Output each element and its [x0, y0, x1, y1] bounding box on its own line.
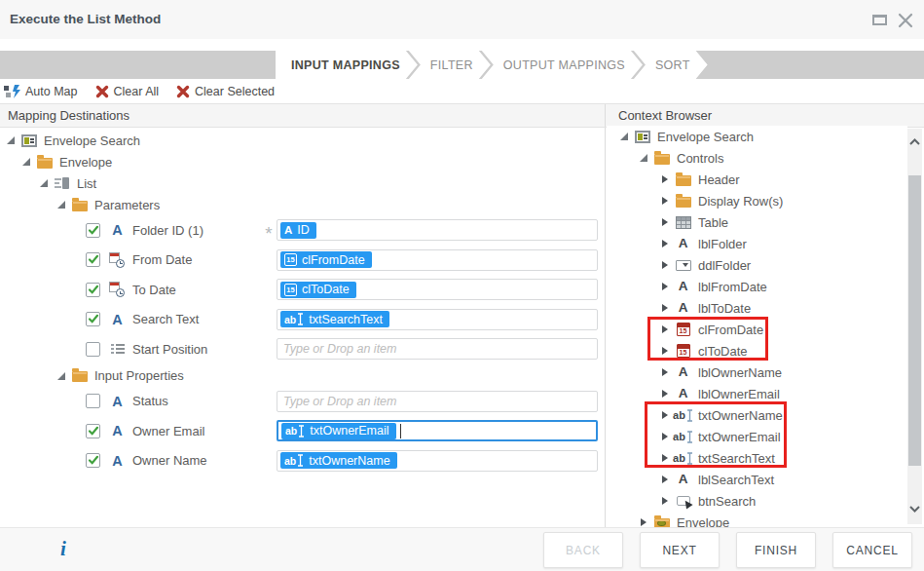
checkbox-checked[interactable] — [86, 424, 100, 438]
scroll-up-icon[interactable] — [909, 138, 920, 145]
panel-headers: Mapping Destinations Context Browser — [0, 103, 924, 128]
expander-icon[interactable] — [55, 201, 67, 209]
mapping-input-status[interactable]: Type or Drop an item — [277, 391, 598, 412]
context-item-lblowneremail[interactable]: A lblOwnerEmail — [607, 383, 907, 404]
cancel-button[interactable]: CANCEL — [832, 532, 912, 568]
clear-all-button[interactable]: Clear All — [93, 85, 162, 98]
mapping-input-start-position[interactable]: Type or Drop an item — [277, 338, 598, 360]
checkbox-checked[interactable] — [86, 453, 100, 468]
token-id[interactable]: AID — [280, 222, 316, 239]
expander-icon[interactable] — [658, 283, 671, 290]
token-txtsearchtext[interactable]: abtxtSearchText — [280, 311, 389, 327]
expander-icon[interactable] — [658, 476, 671, 483]
context-item-lbltodate[interactable]: A lblToDate — [607, 297, 907, 319]
expander-icon[interactable] — [658, 197, 671, 205]
mapping-row-to-date: To Date 15clToDate — [0, 275, 605, 305]
clear-selected-button[interactable]: Clear Selected — [174, 85, 277, 98]
folder-icon — [654, 154, 670, 165]
context-item-table[interactable]: Table — [607, 211, 907, 233]
expander-icon[interactable] — [658, 304, 671, 312]
expander-icon[interactable] — [658, 390, 671, 398]
finish-button[interactable]: FINISH — [736, 532, 816, 568]
tab-input-mappings[interactable]: INPUT MAPPINGS — [276, 51, 418, 79]
scroll-down-icon[interactable] — [909, 506, 920, 513]
back-button[interactable]: BACK — [543, 532, 623, 568]
context-item-envelope-search[interactable]: Envelope Search — [607, 126, 907, 147]
expander-icon[interactable] — [637, 154, 649, 162]
label-control-icon: A — [679, 365, 688, 379]
checkbox-unchecked[interactable] — [86, 394, 100, 408]
checkbox-checked[interactable] — [86, 223, 100, 238]
expander-icon[interactable] — [658, 175, 671, 183]
token-txtowneremail[interactable]: abtxtOwnerEmail — [281, 423, 396, 439]
tab-output-mappings[interactable]: OUTPUT MAPPINGS — [482, 51, 643, 79]
expander-icon[interactable] — [658, 368, 671, 376]
checkbox-unchecked[interactable] — [86, 342, 100, 357]
expander-icon[interactable] — [19, 158, 32, 166]
expander-icon[interactable] — [658, 411, 671, 419]
auto-map-button[interactable]: Auto Map — [2, 85, 80, 98]
mapping-row-from-date: From Date 15clFromDate — [0, 246, 605, 276]
folder-smartobject-icon — [654, 518, 670, 528]
context-scrollbar[interactable] — [907, 129, 922, 524]
context-item-txtsearchtext[interactable]: ab txtSearchText — [607, 447, 907, 469]
mapping-input-search-text[interactable]: abtxtSearchText — [277, 309, 598, 330]
checkbox-checked[interactable] — [86, 283, 100, 297]
info-icon[interactable]: i — [60, 537, 66, 561]
checkbox-checked[interactable] — [86, 312, 100, 326]
scrollbar-thumb[interactable] — [908, 175, 921, 466]
tree-item-envelope[interactable]: Envelope — [0, 151, 605, 172]
expander-icon[interactable] — [4, 136, 17, 144]
expander-icon[interactable] — [658, 347, 671, 355]
expander-icon[interactable] — [55, 372, 67, 380]
tree-item-parameters[interactable]: Parameters — [0, 194, 605, 215]
context-item-header[interactable]: Header — [607, 169, 907, 190]
context-item-lblfromdate[interactable]: A lblFromDate — [607, 276, 907, 297]
tree-item-envelope-search[interactable]: Envelope Search — [0, 130, 605, 151]
context-item-lblownername[interactable]: A lblOwnerName — [607, 362, 907, 383]
context-item-lblfolder[interactable]: A lblFolder — [607, 233, 907, 254]
close-icon[interactable] — [897, 12, 914, 29]
expander-icon[interactable] — [658, 261, 671, 269]
expander-icon[interactable] — [637, 518, 649, 526]
mapping-input-owner-email[interactable]: abtxtOwnerEmail — [277, 420, 598, 441]
tree-item-list[interactable]: List — [0, 172, 605, 194]
token-cltodate[interactable]: 15clToDate — [280, 282, 356, 298]
maximize-icon[interactable] — [872, 15, 887, 25]
expander-icon[interactable] — [658, 325, 671, 333]
expander-icon[interactable] — [658, 497, 671, 505]
dropdown-control-icon — [676, 260, 691, 271]
context-item-txtownername[interactable]: ab txtOwnerName — [607, 404, 907, 426]
mapping-destinations-panel: Envelope Search Envelope List Parameters… — [0, 128, 606, 527]
expander-icon[interactable] — [658, 218, 671, 226]
mapping-input-folder-id[interactable]: AID — [277, 219, 598, 241]
mapping-input-owner-name[interactable]: abtxtOwnerName — [277, 450, 598, 472]
expander-icon[interactable] — [617, 133, 630, 140]
context-item-lblsearchtext[interactable]: A lblSearchText — [607, 469, 907, 490]
text-type-icon: A — [112, 223, 122, 237]
tab-sort[interactable]: SORT — [634, 51, 708, 79]
next-button[interactable]: NEXT — [640, 532, 720, 568]
context-item-txtowneremail[interactable]: ab txtOwnerEmail — [607, 426, 907, 447]
mapping-input-to-date[interactable]: 15clToDate — [277, 279, 598, 300]
expander-icon[interactable] — [658, 454, 671, 462]
mapping-row-start-position: Start Position Type or Drop an item — [0, 334, 605, 364]
context-item-controls[interactable]: Controls — [607, 147, 907, 169]
context-item-display-rows[interactable]: Display Row(s) — [607, 190, 907, 211]
token-txtownername[interactable]: abtxtOwnerName — [280, 452, 397, 469]
context-item-envelope[interactable]: Envelope — [607, 512, 907, 527]
checkbox-checked[interactable] — [86, 252, 100, 267]
mapping-input-from-date[interactable]: 15clFromDate — [277, 249, 598, 271]
tab-filter[interactable]: FILTER — [409, 51, 491, 79]
mapping-destinations-header: Mapping Destinations — [8, 108, 129, 123]
context-item-clfromdate[interactable]: 15 clFromDate — [607, 319, 907, 340]
context-item-btnsearch[interactable]: btnSearch — [607, 490, 907, 512]
token-clfromdate[interactable]: 15clFromDate — [280, 251, 372, 268]
expander-icon[interactable] — [37, 179, 50, 187]
textbox-icon: ab — [285, 425, 305, 438]
expander-icon[interactable] — [658, 433, 671, 440]
expander-icon[interactable] — [658, 240, 671, 247]
tree-item-input-properties[interactable]: Input Properties — [0, 365, 605, 387]
context-item-ddlfolder[interactable]: ddlFolder — [607, 254, 907, 276]
context-item-cltodate[interactable]: 15 clToDate — [607, 340, 907, 362]
